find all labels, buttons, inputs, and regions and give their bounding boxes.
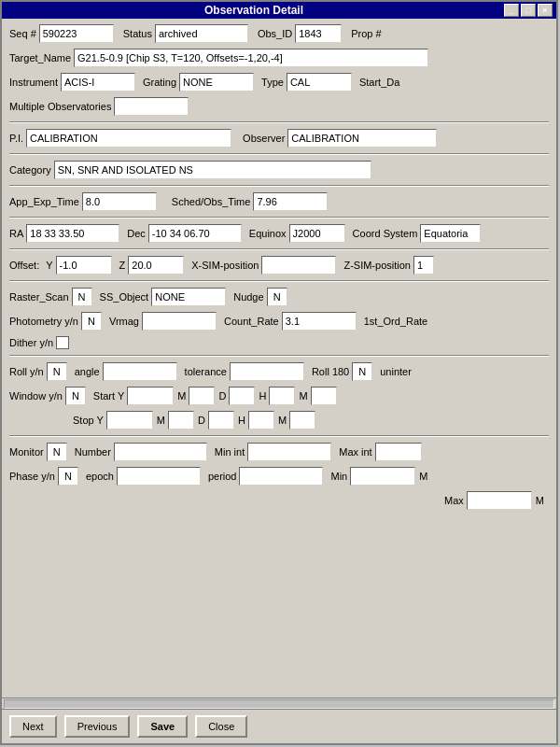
h-input-2[interactable] — [248, 411, 274, 430]
h-input-1[interactable] — [269, 387, 295, 405]
minimize-button[interactable]: _ — [504, 4, 519, 17]
m-input-1[interactable] — [189, 387, 215, 405]
roll-input[interactable] — [47, 362, 67, 381]
d-input-1[interactable] — [229, 387, 255, 405]
angle-input[interactable] — [103, 362, 177, 381]
period-input[interactable] — [239, 467, 323, 486]
phase-input[interactable] — [58, 467, 78, 486]
dither-label: Dither y/n — [9, 337, 53, 348]
target-row: Target_Name — [9, 49, 549, 67]
min-input[interactable] — [350, 467, 415, 486]
raster-input[interactable] — [72, 288, 92, 306]
app-exp-input[interactable] — [82, 192, 157, 211]
zsim-label: Z-SIM-position — [343, 260, 411, 271]
m-input-4[interactable] — [289, 411, 315, 430]
z-label: Z — [119, 260, 126, 271]
instrument-input[interactable] — [61, 73, 135, 92]
scroll-track[interactable] — [4, 699, 554, 709]
target-label: Target_Name — [9, 52, 71, 63]
category-row: Category — [9, 161, 549, 179]
horizontal-scrollbar[interactable] — [2, 698, 556, 709]
monitor-input[interactable] — [47, 443, 67, 461]
stop-y-input[interactable] — [106, 411, 153, 430]
instrument-row: Instrument Grating Type Start_Da — [9, 73, 549, 92]
obs-id-label: Obs_ID — [258, 28, 292, 39]
roll180-input[interactable] — [352, 362, 372, 381]
m-label-1: M — [177, 390, 186, 402]
category-label: Category — [9, 164, 51, 176]
status-input[interactable] — [155, 24, 248, 43]
d-input-2[interactable] — [208, 411, 234, 430]
y-input[interactable] — [56, 256, 112, 275]
stop-y-label: Stop Y — [73, 415, 104, 426]
m-label-3: M — [157, 415, 165, 426]
z-input[interactable] — [128, 256, 184, 275]
separator-8 — [9, 435, 549, 437]
max-row: Max M — [9, 491, 549, 510]
tolerance-input[interactable] — [230, 362, 304, 381]
window-label: Window y/n — [9, 390, 63, 402]
count-input[interactable] — [282, 312, 357, 331]
first-ord-label: 1st_Ord_Rate — [364, 316, 427, 327]
next-button[interactable]: Next — [9, 715, 57, 738]
equinox-input[interactable] — [289, 224, 345, 243]
nudge-input[interactable] — [267, 288, 287, 306]
pi-input[interactable] — [26, 129, 231, 148]
save-button[interactable]: Save — [137, 715, 188, 738]
separator-3 — [9, 185, 549, 187]
bottom-bar: Next Previous Save Close — [2, 709, 556, 743]
coord-input[interactable] — [420, 224, 481, 243]
window-input[interactable] — [65, 387, 86, 405]
raster-label: Raster_Scan — [9, 291, 69, 303]
max-input[interactable] — [467, 491, 532, 510]
instrument-label: Instrument — [9, 77, 58, 88]
m-label-5: M — [419, 471, 427, 482]
target-input[interactable] — [74, 49, 428, 67]
category-input[interactable] — [54, 161, 371, 179]
y-label: Y — [46, 260, 52, 271]
seq-input[interactable] — [39, 24, 114, 43]
grating-input[interactable] — [179, 73, 254, 92]
ra-input[interactable] — [26, 224, 119, 243]
exp-time-row: App_Exp_Time Sched/Obs_Time — [9, 192, 549, 211]
sched-obs-label: Sched/Obs_Time — [172, 196, 251, 207]
max-int-input[interactable] — [375, 443, 422, 461]
m-label-6: M — [536, 495, 544, 506]
ss-input[interactable] — [151, 288, 226, 306]
dither-checkbox[interactable] — [56, 336, 69, 349]
mult-obs-input[interactable] — [114, 97, 189, 116]
max-label: Max — [444, 495, 464, 506]
observer-input[interactable] — [287, 129, 437, 148]
nudge-label: Nudge — [233, 291, 263, 303]
title-bar-title: Observation Detail — [6, 4, 502, 17]
number-input[interactable] — [114, 443, 207, 461]
maximize-button[interactable]: □ — [521, 4, 536, 17]
separator-2 — [9, 153, 549, 155]
equinox-label: Equinox — [249, 228, 287, 239]
window-row: Window y/n Start Y M D H M — [9, 387, 549, 405]
close-button[interactable]: Close — [195, 715, 247, 738]
start-y-input[interactable] — [127, 387, 174, 405]
vrmag-input[interactable] — [142, 312, 217, 331]
m-input-3[interactable] — [168, 411, 194, 430]
observation-detail-window: Observation Detail _ □ × Seq # Status Ob… — [0, 0, 558, 745]
photom-row: Photometry y/n Vrmag Count_Rate 1st_Ord_… — [9, 312, 549, 331]
xsim-input[interactable] — [261, 256, 336, 275]
roll180-label: Roll 180 — [312, 366, 349, 377]
m-input-2[interactable] — [311, 387, 337, 405]
epoch-input[interactable] — [117, 467, 201, 486]
min-int-input[interactable] — [247, 443, 331, 461]
previous-button[interactable]: Previous — [64, 715, 131, 738]
start-y-label: Start Y — [93, 390, 124, 402]
photom-input[interactable] — [81, 312, 102, 331]
type-input[interactable] — [287, 73, 352, 92]
min-label: Min — [330, 471, 347, 482]
sched-obs-input[interactable] — [253, 192, 328, 211]
close-button[interactable]: × — [538, 4, 553, 17]
obs-id-input[interactable] — [295, 24, 342, 43]
zsim-input[interactable] — [413, 256, 434, 275]
pi-label: P.I. — [9, 133, 23, 144]
dec-input[interactable] — [148, 224, 242, 243]
seq-row: Seq # Status Obs_ID Prop # — [9, 24, 549, 43]
phase-label: Phase y/n — [9, 471, 55, 482]
